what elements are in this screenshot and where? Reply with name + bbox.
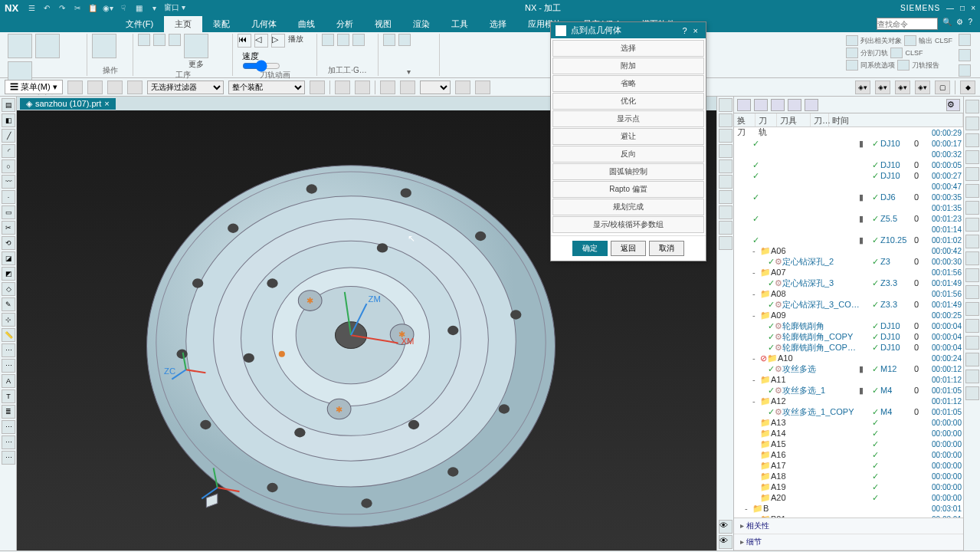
menu-tab-8[interactable]: 工具 — [441, 16, 479, 32]
window-dropdown[interactable]: 窗口 ▾ — [164, 2, 185, 13]
lt-part-icon[interactable]: ◧ — [2, 113, 15, 127]
nav-tool5-icon[interactable] — [805, 99, 818, 111]
lt-trim-icon[interactable]: ✂ — [2, 221, 15, 235]
rt-icon10[interactable] — [719, 236, 733, 250]
tree-row[interactable]: ✓⚙定心钻深孔_3_CO…✓Z3.3000:01:49 — [734, 299, 963, 310]
tree-row[interactable]: ✓⚙定心钻深孔_3✓Z3.3000:01:49 — [734, 278, 963, 288]
lt-assembly-icon[interactable]: ▤ — [2, 98, 15, 112]
tree-row[interactable]: 00:00:47 — [734, 181, 963, 192]
dialog-ok-button[interactable]: 确定 — [572, 241, 608, 256]
rt-icon5[interactable] — [719, 159, 733, 173]
rb-i12-icon[interactable] — [965, 386, 979, 400]
rb-hist-icon[interactable] — [965, 150, 979, 164]
lt-more2-icon[interactable]: ⋯ — [2, 359, 15, 373]
replay-icon[interactable] — [169, 34, 181, 46]
dialog-option-5[interactable]: 避让 — [552, 128, 704, 145]
rb-i1-icon[interactable] — [965, 201, 979, 215]
dialog-option-10[interactable]: 显示/校核循环参数组 — [552, 216, 704, 233]
rt-icon1[interactable] — [719, 98, 733, 112]
lt-more5-icon[interactable]: ⋯ — [2, 451, 15, 465]
rb-i4-icon[interactable] — [965, 251, 979, 265]
mw-icon1[interactable] — [322, 34, 334, 46]
lt-csys-icon[interactable]: ⊹ — [2, 313, 15, 327]
tree-row[interactable]: ✓✓DJ10000:00:27 — [734, 170, 963, 181]
dialog-option-6[interactable]: 反向 — [552, 146, 704, 163]
lt-offset-icon[interactable]: ⟲ — [2, 236, 15, 250]
menu-tab-4[interactable]: 曲线 — [287, 16, 326, 32]
tree-row[interactable]: 📁A13✓00:00:00 — [734, 417, 963, 428]
dialog-help-icon[interactable]: ? — [679, 26, 690, 35]
view-icon6[interactable]: ◆ — [960, 80, 975, 94]
lt-datum-icon[interactable]: ◇ — [2, 282, 15, 296]
qat-more-icon[interactable]: ▾ — [149, 2, 159, 13]
far-icon1[interactable] — [959, 34, 971, 46]
tree-row[interactable]: 📁A18✓00:00:00 — [734, 471, 963, 481]
tree-row[interactable]: 📁A15✓00:00:00 — [734, 439, 963, 449]
lt-body-icon[interactable]: ◩ — [2, 267, 15, 281]
ext-icon2[interactable] — [398, 34, 411, 46]
tree-row[interactable]: -📁A1200:01:12 — [734, 396, 963, 406]
tree-row[interactable]: 00:00:32 — [734, 149, 963, 159]
lt-layer-icon[interactable]: ≣ — [2, 405, 15, 419]
nav-settings-icon[interactable]: ⚙ — [946, 99, 960, 111]
rt-eye2-icon[interactable]: 👁 — [719, 535, 733, 549]
snap-dropdown[interactable] — [420, 80, 451, 94]
verify-toolpath-icon[interactable] — [153, 34, 166, 46]
menu-tab-1[interactable]: 主页 — [164, 16, 202, 32]
far-icon3[interactable] — [959, 64, 971, 77]
rb-nav-icon[interactable] — [965, 100, 979, 113]
rb-i8-icon[interactable] — [965, 319, 979, 333]
far-icon2[interactable] — [959, 49, 971, 61]
menu-tab-9[interactable]: 选择 — [479, 16, 517, 32]
tree-row[interactable]: ✓⚙攻丝多选▮✓M12000:00:12 — [734, 363, 963, 374]
dialog-option-4[interactable]: 显示点 — [552, 110, 704, 127]
nav-tool4-icon[interactable] — [788, 99, 801, 111]
rb-reuse-icon[interactable] — [965, 133, 979, 147]
command-search-input[interactable] — [877, 18, 938, 30]
more-icon[interactable] — [184, 34, 208, 58]
lt-face-icon[interactable]: ◪ — [2, 251, 15, 265]
rb-i3-icon[interactable] — [965, 235, 979, 248]
rt-icon7[interactable] — [719, 190, 733, 204]
tree-row[interactable]: -📁A0900:00:25 — [734, 310, 963, 320]
rt-eye-icon[interactable]: 👁 — [719, 520, 733, 534]
rt-icon3[interactable] — [719, 129, 733, 143]
view-icon5[interactable]: ▢ — [935, 80, 950, 94]
dialog-back-button[interactable]: 返回 — [611, 241, 646, 256]
sel-icon2[interactable] — [87, 80, 103, 94]
rt-icon6[interactable] — [719, 175, 733, 189]
tree-row[interactable]: 00:01:35 — [734, 202, 963, 213]
nav-tree[interactable]: 00:00:29✓▮✓DJ10000:00:1700:00:32✓✓DJ1000… — [734, 127, 963, 518]
dialog-cancel-button[interactable]: 取消 — [649, 241, 684, 256]
tree-row[interactable]: ✓▮✓Z10.25000:01:02 — [734, 235, 963, 245]
lt-arc-icon[interactable]: ◜ — [2, 144, 15, 158]
search-icon[interactable]: 🔍 — [942, 18, 952, 30]
tree-row[interactable]: 📁A16✓00:00:00 — [734, 449, 963, 460]
ext-icon1[interactable] — [383, 34, 395, 46]
tree-row[interactable]: ✓⚙轮廓铣削角_COP…✓DJ10000:00:04 — [734, 342, 963, 353]
menu-tab-5[interactable]: 分析 — [326, 16, 364, 32]
lt-line-icon[interactable]: ╱ — [2, 129, 15, 143]
tree-row[interactable]: ✓⚙定心钻深孔_2✓Z3000:00:30 — [734, 256, 963, 267]
rb-i9-icon[interactable] — [965, 336, 979, 350]
rb-roles-icon[interactable] — [965, 167, 979, 181]
tree-row[interactable]: 00:00:29 — [734, 127, 963, 138]
mw-icon2[interactable] — [337, 34, 349, 46]
sel-icon11[interactable] — [475, 80, 490, 94]
tree-row[interactable]: -📁B00:03:01 — [734, 503, 963, 514]
lt-more4-icon[interactable]: ⋯ — [2, 435, 15, 449]
qat-grid-icon[interactable]: ▦ — [133, 2, 144, 13]
gen-toolpath-icon[interactable] — [138, 34, 150, 46]
rt-icon4[interactable] — [719, 144, 733, 158]
properties-icon[interactable] — [92, 34, 116, 58]
lt-spline-icon[interactable]: 〰 — [2, 175, 15, 189]
sel-icon9[interactable] — [400, 80, 415, 94]
tree-row[interactable]: 📁A17✓00:00:00 — [734, 460, 963, 471]
document-tab[interactable]: ◈ sanzhou (107).prt × — [20, 98, 116, 110]
view-icon2[interactable]: ◈▾ — [875, 80, 890, 94]
sel-icon5[interactable] — [310, 80, 325, 94]
minimize-icon[interactable]: — — [946, 4, 954, 12]
section-details[interactable]: 细节 — [734, 534, 963, 550]
qat-repeat-icon[interactable]: ◉▾ — [103, 2, 113, 13]
tree-row[interactable]: 00:01:14 — [734, 224, 963, 235]
